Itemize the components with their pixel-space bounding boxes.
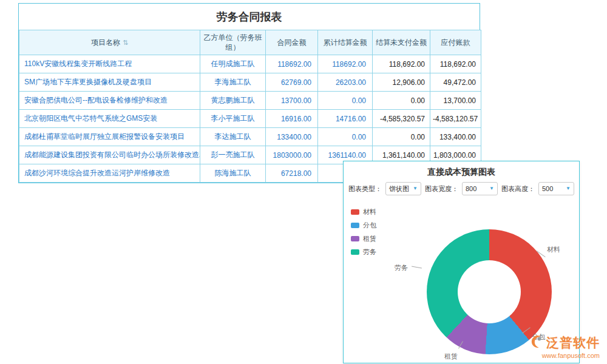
chart-height-label: 图表高度： xyxy=(501,184,535,194)
logo-swoosh-icon xyxy=(529,334,544,351)
cost-budget-chart-panel: 直接成本预算图表 图表类型： 饼状图 ▼ 图表宽度： 800 ▼ 图表高度： 5… xyxy=(343,161,580,363)
project-name-link[interactable]: 安徽合肥供电公司--配电设备检修维护和改造 xyxy=(19,92,200,110)
slice-label-labor: 劳务 xyxy=(395,263,408,272)
contract-amount-cell: 16916.00 xyxy=(266,110,318,128)
contractor-unit-link[interactable]: 黄志鹏施工队 xyxy=(200,92,266,110)
settled-amount-cell: 0.00 xyxy=(318,92,373,110)
legend-swatch xyxy=(351,223,359,228)
slice-label-rental: 租赁 xyxy=(444,352,458,361)
settled-amount-cell: 14716.00 xyxy=(318,110,373,128)
table-row: 北京朝阳区电气中芯特气系统之GMS安装 李小平施工队 16916.00 1471… xyxy=(19,110,481,128)
contract-amount-cell: 1803000.00 xyxy=(266,146,318,164)
payable-amount-cell: 13,700.00 xyxy=(430,92,481,110)
chart-legend: 材料分包租赁劳务 xyxy=(351,207,376,257)
chart-controls: 图表类型： 饼状图 ▼ 图表宽度： 800 ▼ 图表高度： 500 ▼ xyxy=(344,182,579,195)
project-name-link[interactable]: 110kV安徽线程集变开断线路工程 xyxy=(19,55,200,73)
settled-amount-cell: 118692.00 xyxy=(318,55,373,73)
report-table: 项目名称⇅ 乙方单位（劳务班组） 合同金额 累计结算金额 结算未支付金额 应付账… xyxy=(19,30,481,183)
column-header-unpaid-amount: 结算未支付金额 xyxy=(373,30,430,55)
contractor-unit-link[interactable]: 陈海施工队 xyxy=(200,164,266,183)
project-name-link[interactable]: 成都杜甫草堂临时展厅独立展柜报警设备安装项目 xyxy=(19,128,200,146)
column-header-payable: 应付账款 xyxy=(430,30,481,55)
contractor-unit-link[interactable]: 任明成施工队 xyxy=(200,55,266,73)
chevron-down-icon: ▼ xyxy=(413,186,418,191)
table-row: 110kV安徽线程集变开断线路工程 任明成施工队 118692.00 11869… xyxy=(19,55,481,73)
contract-amount-cell: 118692.00 xyxy=(266,55,318,73)
column-header-project[interactable]: 项目名称⇅ xyxy=(19,30,200,55)
logo-name: 泛普软件 xyxy=(546,334,600,351)
chart-height-value: 500 xyxy=(542,185,553,192)
legend-label: 租赁 xyxy=(363,234,376,243)
chart-width-select[interactable]: 800 ▼ xyxy=(462,182,498,195)
legend-label: 材料 xyxy=(363,207,376,217)
legend-swatch xyxy=(351,209,359,215)
chart-width-label: 图表宽度： xyxy=(425,184,458,194)
settled-amount-cell: 0.00 xyxy=(318,128,373,146)
table-row: 安徽合肥供电公司--配电设备检修维护和改造 黄志鹏施工队 13700.00 0.… xyxy=(19,92,481,110)
contract-amount-cell: 67218.00 xyxy=(266,164,318,183)
legend-item[interactable]: 材料 xyxy=(351,207,376,217)
chart-type-select[interactable]: 饼状图 ▼ xyxy=(385,182,421,195)
contract-amount-cell: 13700.00 xyxy=(266,92,318,110)
slice-label-material: 材料 xyxy=(547,245,560,254)
contractor-unit-link[interactable]: 彭一亮施工队 xyxy=(200,146,266,164)
chart-type-label: 图表类型： xyxy=(348,184,382,194)
unpaid-amount-cell: 0.00 xyxy=(373,128,430,146)
legend-label: 劳务 xyxy=(363,248,376,257)
unpaid-amount-cell: 12,906.00 xyxy=(373,73,430,92)
payable-amount-cell: 118,692.00 xyxy=(430,55,481,73)
contract-amount-cell: 133400.00 xyxy=(266,128,318,146)
callout-line xyxy=(412,266,422,269)
vendor-logo: 泛普软件 www.fanpusoft.com xyxy=(529,334,600,359)
column-header-contract-amount: 合同金额 xyxy=(266,30,318,55)
table-row: SM广场地下车库更换摄像机及硬盘项目 李海施工队 62769.00 26203.… xyxy=(19,73,481,92)
payable-amount-cell: 133,400.00 xyxy=(430,128,481,146)
legend-item[interactable]: 分包 xyxy=(351,221,376,230)
chevron-down-icon: ▼ xyxy=(566,186,571,191)
contractor-unit-link[interactable]: 李达施工队 xyxy=(200,128,266,146)
legend-item[interactable]: 劳务 xyxy=(351,248,376,257)
column-header-settled-amount: 累计结算金额 xyxy=(318,30,373,55)
table-header-row: 项目名称⇅ 乙方单位（劳务班组） 合同金额 累计结算金额 结算未支付金额 应付账… xyxy=(19,30,481,55)
payable-amount-cell: 49,472.00 xyxy=(430,73,481,92)
logo-url: www.fanpusoft.com xyxy=(529,352,600,359)
sort-icon[interactable]: ⇅ xyxy=(123,39,128,46)
project-name-link[interactable]: 成都沙河环境综合提升改造运河护岸维修改造 xyxy=(19,164,200,183)
project-name-link[interactable]: 北京朝阳区电气中芯特气系统之GMS安装 xyxy=(19,110,200,128)
labor-contract-report-panel: 劳务合同报表 项目名称⇅ 乙方单位（劳务班组） 合同金额 累计结算金额 结算未支… xyxy=(18,3,480,183)
table-row: 成都杜甫草堂临时展厅独立展柜报警设备安装项目 李达施工队 133400.00 0… xyxy=(19,128,481,146)
donut-hole xyxy=(458,260,521,323)
column-header-project-label: 项目名称 xyxy=(91,38,120,47)
legend-swatch xyxy=(351,236,359,241)
settled-amount-cell: 26203.00 xyxy=(318,73,373,92)
project-name-link[interactable]: 成都能源建设集团投资有限公司临时办公场所装修改造工程EPC xyxy=(19,146,200,164)
chart-title: 直接成本预算图表 xyxy=(344,161,579,182)
legend-label: 分包 xyxy=(363,221,376,230)
unpaid-amount-cell: -4,585,320.57 xyxy=(373,110,430,128)
legend-swatch xyxy=(351,249,359,255)
chevron-down-icon: ▼ xyxy=(489,186,494,191)
project-name-link[interactable]: SM广场地下车库更换摄像机及硬盘项目 xyxy=(19,73,200,92)
unpaid-amount-cell: 0.00 xyxy=(373,92,430,110)
payable-amount-cell: -4,583,120.57 xyxy=(430,110,481,128)
report-title: 劳务合同报表 xyxy=(19,4,480,30)
contractor-unit-link[interactable]: 李海施工队 xyxy=(200,73,266,92)
unpaid-amount-cell: 118,692.00 xyxy=(373,55,430,73)
chart-width-value: 800 xyxy=(466,185,476,192)
contractor-unit-link[interactable]: 李小平施工队 xyxy=(200,110,266,128)
chart-height-select[interactable]: 500 ▼ xyxy=(538,182,574,195)
legend-item[interactable]: 租赁 xyxy=(351,234,376,243)
column-header-unit: 乙方单位（劳务班组） xyxy=(200,30,266,55)
contract-amount-cell: 62769.00 xyxy=(266,73,318,92)
chart-type-value: 饼状图 xyxy=(389,184,409,194)
